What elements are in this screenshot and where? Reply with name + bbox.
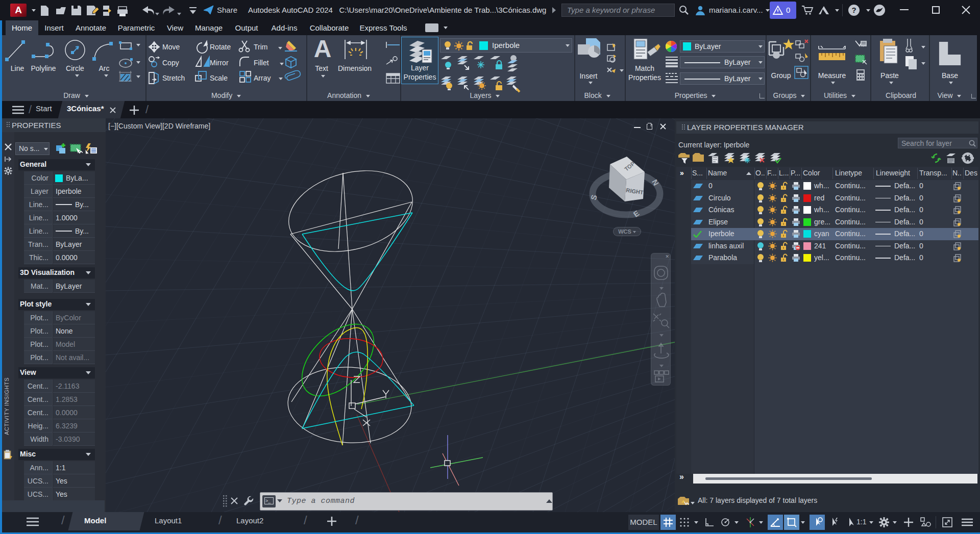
svg-text:S: S <box>589 194 599 201</box>
